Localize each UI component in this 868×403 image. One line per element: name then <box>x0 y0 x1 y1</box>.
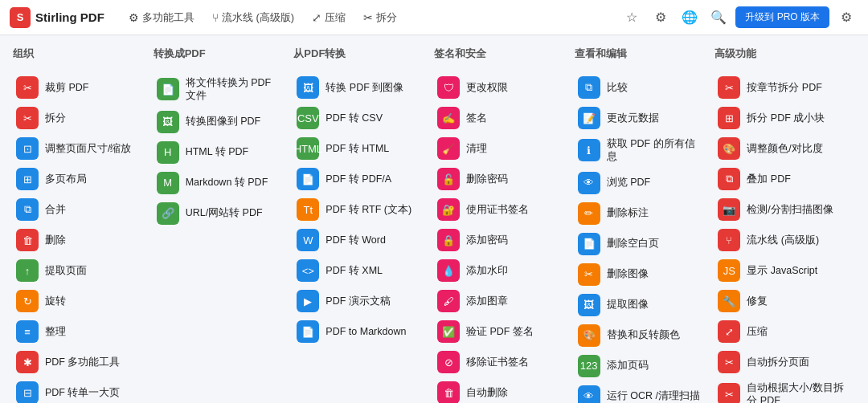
menu-item[interactable]: 👁浏览 PDF <box>575 168 709 198</box>
menu-item[interactable]: 🛡更改权限 <box>434 72 568 103</box>
menu-item[interactable]: 123添加页码 <box>575 351 709 381</box>
menu-item[interactable]: 🔐使用证书签名 <box>434 194 568 225</box>
menu-label: 运行 OCR /清理扫描 <box>607 389 700 402</box>
search-button[interactable]: 🔍 <box>706 6 731 30</box>
menu-item[interactable]: 🔓删除密码 <box>434 164 568 194</box>
menu-item[interactable]: ⊘移除证书签名 <box>434 347 568 377</box>
menu-item[interactable]: ≡整理 <box>13 316 147 347</box>
menu-item[interactable]: 📄删除空白页 <box>575 229 709 259</box>
menu-item[interactable]: ⤢压缩 <box>714 316 849 347</box>
menu-item[interactable]: 🗑自动删除 <box>434 377 568 403</box>
nav-split[interactable]: ✂ 拆分 <box>357 7 403 28</box>
menu-item[interactable]: ⊞多页布局 <box>13 164 147 194</box>
menu-item[interactable]: 🖼转换 PDF 到图像 <box>293 72 428 103</box>
menu-item[interactable]: 🔒添加密码 <box>434 225 568 255</box>
menu-item[interactable]: ✂按章节拆分 PDF <box>714 72 849 103</box>
menu-item[interactable]: 📄将文件转换为 PDF 文件 <box>154 72 288 107</box>
menu-item[interactable]: ▶PDF 演示文稿 <box>293 286 428 316</box>
menu-item[interactable]: ⊞拆分 PDF 成小块 <box>714 103 849 133</box>
menu-item[interactable]: 🎨替换和反转颜色 <box>575 320 709 351</box>
menu-item[interactable]: ✂裁剪 PDF <box>13 72 147 103</box>
menu-item[interactable]: WPDF 转 Word <box>293 225 428 255</box>
menu-item[interactable]: 📄PDF 转 PDF/A <box>293 164 428 194</box>
menu-icon: 📷 <box>718 198 740 221</box>
menu-label: 合并 <box>45 203 66 216</box>
menu-item[interactable]: ⧉叠加 PDF <box>714 164 849 194</box>
menu-label: 签名 <box>466 112 487 124</box>
menu-label: 删除密码 <box>466 173 508 185</box>
menu-item[interactable]: <>PDF 转 XML <box>293 255 428 286</box>
nav-tools[interactable]: ⚙ 多功能工具 <box>122 7 201 28</box>
menu-icon: ▶ <box>297 290 319 312</box>
menu-item[interactable]: 🧹清理 <box>434 133 568 164</box>
logo-area: S Stirling PDF <box>10 7 104 28</box>
menu-icon: 🖼 <box>157 111 179 133</box>
menu-label: 比较 <box>607 81 628 94</box>
menu-label: 添加图章 <box>466 295 508 307</box>
menu-item[interactable]: ⑂流水线 (高级版) <box>714 225 849 255</box>
menu-label: 按章节拆分 PDF <box>747 81 821 94</box>
menu-label: 自动拆分页面 <box>747 356 809 368</box>
menu-item[interactable]: ✂自动根据大小/数目拆分 PDF <box>714 377 849 403</box>
menu-item[interactable]: ✂删除图像 <box>575 259 709 290</box>
nav-pipeline[interactable]: ⑂ 流水线 (高级版) <box>206 7 301 28</box>
menu-icon: ⧉ <box>578 76 600 99</box>
menu-icon: ⧉ <box>16 198 39 221</box>
menu-item[interactable]: ⊟PDF 转单一大页 <box>13 377 147 403</box>
menu-label: 流水线 (高级版) <box>747 234 819 246</box>
menu-item[interactable]: 🖼转换图像到 PDF <box>154 107 288 137</box>
menu-item[interactable]: 💧添加水印 <box>434 255 568 286</box>
menu-item[interactable]: ↑提取页面 <box>13 255 147 286</box>
menu-item[interactable]: 📝更改元数据 <box>575 103 709 133</box>
menu-icon: 🎨 <box>578 324 600 347</box>
menu-label: PDF 转 CSV <box>326 112 383 124</box>
menu-item[interactable]: HHTML 转 PDF <box>154 137 288 168</box>
nav-compress-label: 压缩 <box>325 10 346 25</box>
menu-item[interactable]: 🎨调整颜色/对比度 <box>714 133 849 164</box>
menu-label: 获取 PDF 的所有信息 <box>607 137 706 164</box>
globe-icon-btn[interactable]: 🌐 <box>678 6 702 30</box>
menu-item[interactable]: ↻旋转 <box>13 286 147 316</box>
star-button[interactable]: ☆ <box>620 6 644 30</box>
menu-label: 裁剪 PDF <box>45 81 88 94</box>
upgrade-button[interactable]: 升级到 PRO 版本 <box>735 6 829 28</box>
menu-label: HTML 转 PDF <box>186 145 249 158</box>
menu-item[interactable]: CSVPDF 转 CSV <box>293 103 428 133</box>
col-from-pdf: 从PDF转换🖼转换 PDF 到图像CSVPDF 转 CSVHTMLPDF 转 H… <box>293 47 434 403</box>
menu-item[interactable]: 🔗URL/网站转 PDF <box>154 198 288 229</box>
menu-item[interactable]: 📷检测/分割扫描图像 <box>714 194 849 225</box>
menu-item[interactable]: ✱PDF 多功能工具 <box>13 347 147 377</box>
menu-icon: ⤢ <box>718 320 740 343</box>
menu-icon: ✏ <box>578 202 600 225</box>
menu-icon: ⊡ <box>16 137 39 160</box>
menu-item[interactable]: JS显示 JavaScript <box>714 255 849 286</box>
menu-item[interactable]: ✍签名 <box>434 103 568 133</box>
menu-item[interactable]: HTMLPDF 转 HTML <box>293 133 428 164</box>
menu-item[interactable]: 🖋添加图章 <box>434 286 568 316</box>
menu-label: 浏览 PDF <box>607 176 650 189</box>
menu-item[interactable]: ✏删除标注 <box>575 198 709 229</box>
menu-item[interactable]: ✂拆分 <box>13 103 147 133</box>
menu-item[interactable]: TtPDF 转 RTF (文本) <box>293 194 428 225</box>
menu-item[interactable]: 🖼提取图像 <box>575 290 709 320</box>
menu-item[interactable]: ℹ获取 PDF 的所有信息 <box>575 133 709 168</box>
menu-item[interactable]: 🔧修复 <box>714 286 849 316</box>
menu-item[interactable]: ⧉合并 <box>13 194 147 225</box>
menu-item[interactable]: ✂自动拆分页面 <box>714 347 849 377</box>
menu-icon: 📄 <box>578 233 600 255</box>
menu-item[interactable]: 📄PDF to Markdown <box>293 316 428 347</box>
menu-item[interactable]: MMarkdown 转 PDF <box>154 168 288 198</box>
menu-icon: ℹ <box>578 139 600 161</box>
menu-item[interactable]: ⊡调整页面尺寸/缩放 <box>13 133 147 164</box>
menu-item[interactable]: 🗑删除 <box>13 225 147 255</box>
menu-label: 添加页码 <box>607 359 649 372</box>
menu-item[interactable]: ✅验证 PDF 签名 <box>434 316 568 347</box>
menu-icon: ↻ <box>16 290 39 312</box>
menu-icon: W <box>297 229 319 251</box>
gear-button[interactable]: ⚙ <box>834 6 858 30</box>
nav-compress[interactable]: ⤢ 压缩 <box>305 7 352 28</box>
nav-tools-label: 多功能工具 <box>142 10 194 25</box>
settings-icon-btn[interactable]: ⚙ <box>649 6 673 30</box>
menu-item[interactable]: ⧉比较 <box>575 72 709 103</box>
menu-item[interactable]: 👁运行 OCR /清理扫描 <box>575 381 709 404</box>
